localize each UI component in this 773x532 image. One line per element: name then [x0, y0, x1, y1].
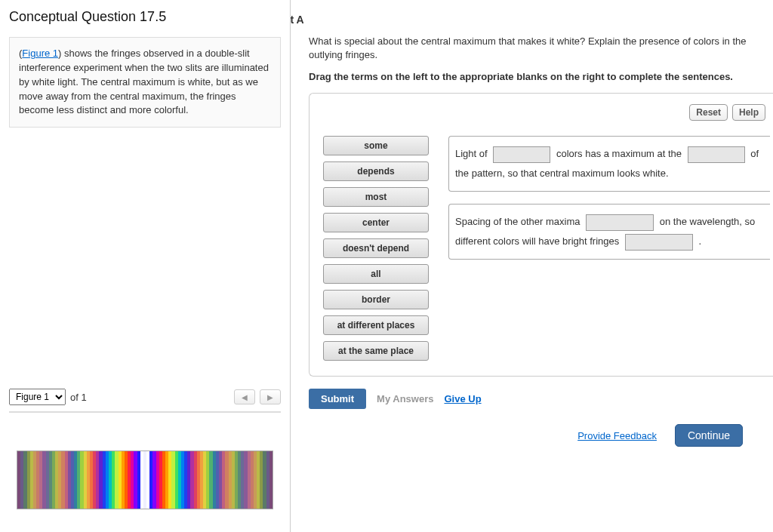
fringes-image	[17, 451, 273, 509]
blank-1[interactable]	[493, 146, 550, 163]
figure-select[interactable]: Figure 1	[9, 389, 66, 405]
blank-2[interactable]	[688, 146, 745, 163]
figure-link[interactable]: Figure 1	[22, 48, 58, 59]
sentence-box-1: Light of colors has a maximum at the of …	[448, 136, 770, 192]
term-some[interactable]: some	[323, 136, 429, 155]
work-area: Reset Help somedependsmostcenterdoesn't …	[309, 93, 773, 377]
term-at-different-places[interactable]: at different places	[323, 315, 429, 335]
term-at-the-same-place[interactable]: at the same place	[323, 341, 429, 361]
figure-area	[9, 411, 281, 532]
term-center[interactable]: center	[323, 213, 429, 232]
provide-feedback-link[interactable]: Provide Feedback	[577, 430, 657, 441]
right-panel: rt A What is special about the central m…	[291, 0, 773, 532]
blank-3[interactable]	[586, 214, 654, 231]
figure-next-button[interactable]: ▶	[260, 389, 281, 404]
description-box: (Figure 1) shows the fringes observed in…	[9, 37, 281, 128]
help-button[interactable]: Help	[732, 104, 765, 121]
figure-count: of 1	[70, 392, 87, 403]
figure-navigator: Figure 1 of 1 ◀ ▶	[9, 383, 281, 405]
term-depends[interactable]: depends	[323, 161, 429, 181]
part-label: rt A	[291, 14, 773, 26]
term-all[interactable]: all	[323, 264, 429, 284]
question-title: Conceptual Question 17.5	[9, 9, 281, 25]
term-most[interactable]: most	[323, 187, 429, 207]
figure-prev-button[interactable]: ◀	[234, 389, 255, 404]
continue-button[interactable]: Continue	[675, 424, 743, 447]
left-panel: Conceptual Question 17.5 (Figure 1) show…	[0, 0, 291, 532]
my-answers-link[interactable]: My Answers	[377, 393, 433, 404]
blanks-column: Light of colors has a maximum at the of …	[448, 136, 773, 260]
submit-row: Submit My Answers Give Up	[309, 389, 773, 409]
prompt-text: What is special about the central maximu…	[309, 35, 773, 62]
blank-4[interactable]	[625, 234, 693, 251]
footer-row: Provide Feedback Continue	[291, 424, 743, 447]
give-up-link[interactable]: Give Up	[444, 393, 481, 404]
submit-button[interactable]: Submit	[309, 389, 366, 409]
term-border[interactable]: border	[323, 290, 429, 309]
reset-button[interactable]: Reset	[689, 104, 728, 121]
term-doesn-t-depend[interactable]: doesn't depend	[323, 238, 429, 258]
instruction-text: Drag the terms on the left to the approp…	[309, 71, 773, 82]
terms-column: somedependsmostcenterdoesn't dependallbo…	[323, 136, 429, 361]
sentence-box-2: Spacing of the other maxima on the wavel…	[448, 204, 770, 260]
